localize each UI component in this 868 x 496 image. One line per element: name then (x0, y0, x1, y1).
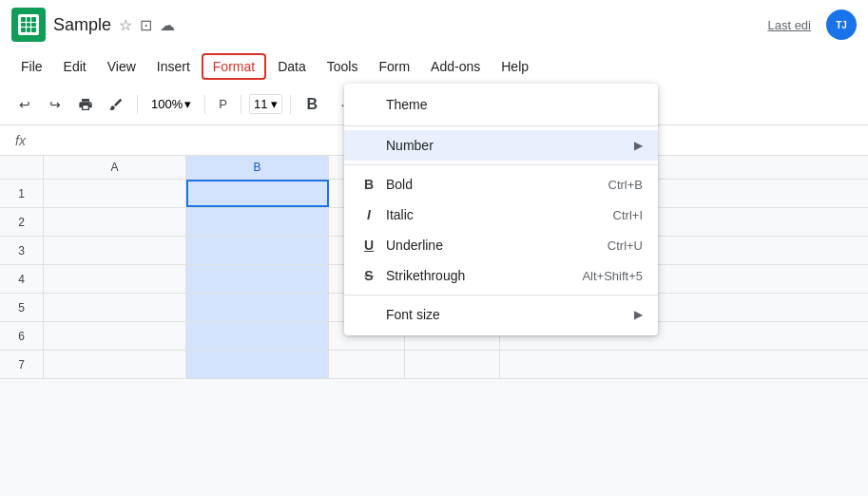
menu-format[interactable]: Format (202, 53, 266, 80)
format-dropdown-menu: Theme Number ▶ B Bold Ctrl+B I Italic Ct… (344, 84, 658, 335)
cell-a7[interactable] (44, 351, 186, 378)
paint-button[interactable] (103, 91, 129, 118)
divider-1 (344, 125, 658, 126)
menu-item-strikethrough[interactable]: S Strikethrough Alt+Shift+5 (344, 260, 658, 291)
title-bar: Sample ☆ ⊡ ☁ Last edi TJ (0, 0, 868, 49)
toolbar-sep-4 (290, 95, 291, 114)
bold-label: Bold (386, 177, 608, 192)
cell-a1[interactable] (44, 180, 186, 207)
zoom-value: 100% (151, 97, 183, 111)
bold-button[interactable]: B (299, 91, 325, 118)
cell-b3[interactable] (186, 237, 329, 264)
formula-fx-label: fx (8, 133, 33, 148)
menu-insert[interactable]: Insert (147, 55, 200, 78)
techjunkie-avatar: TJ (826, 10, 857, 40)
number-arrow-icon: ▶ (634, 139, 643, 152)
print-button[interactable] (72, 91, 99, 118)
row-num-5: 5 (0, 294, 44, 321)
theme-label: Theme (386, 97, 643, 112)
menu-help[interactable]: Help (492, 55, 538, 78)
cell-b2[interactable] (186, 208, 329, 236)
cell-b5[interactable] (186, 294, 329, 321)
cell-a6[interactable] (44, 322, 186, 350)
underline-icon: U (359, 238, 378, 253)
zoom-arrow-icon: ▾ (184, 97, 191, 111)
font-size-label: Font size (386, 307, 634, 322)
menu-addons[interactable]: Add-ons (421, 55, 490, 78)
doc-title[interactable]: Sample (53, 15, 111, 35)
cell-a5[interactable] (44, 294, 186, 321)
divider-3 (344, 295, 658, 296)
font-size-value: 11 (254, 97, 267, 111)
menu-tools[interactable]: Tools (318, 55, 368, 78)
cell-b4[interactable] (186, 265, 329, 293)
row-num-4: 4 (0, 265, 44, 293)
col-header-b[interactable]: B (186, 156, 329, 179)
menu-item-theme[interactable]: Theme (344, 89, 658, 122)
star-icon[interactable]: ☆ (119, 16, 132, 34)
cell-b6[interactable] (186, 322, 329, 350)
underline-label: Underline (386, 238, 608, 253)
title-icons: ☆ ⊡ ☁ (119, 16, 175, 34)
row-num-3: 3 (0, 237, 44, 264)
cell-b7[interactable] (186, 351, 329, 378)
menu-view[interactable]: View (98, 55, 145, 78)
row-num-1: 1 (0, 180, 44, 207)
col-header-a[interactable]: A (44, 156, 186, 179)
menu-item-underline[interactable]: U Underline Ctrl+U (344, 230, 658, 260)
font-size-arrow-icon: ▶ (634, 308, 643, 321)
folder-icon[interactable]: ⊡ (140, 16, 152, 34)
italic-shortcut: Ctrl+I (613, 208, 643, 222)
divider-2 (344, 164, 658, 165)
font-name-btn[interactable]: P (213, 91, 233, 118)
font-size-control[interactable]: 11 ▾ (249, 94, 282, 114)
menu-data[interactable]: Data (268, 55, 316, 78)
font-size-arrow-icon: ▾ (271, 97, 278, 111)
toolbar-sep-2 (204, 95, 205, 114)
italic-icon: I (359, 207, 378, 222)
cell-e7[interactable] (329, 351, 405, 378)
menu-bar: File Edit View Insert Format Data Tools … (0, 49, 868, 84)
row-num-2: 2 (0, 208, 44, 236)
menu-file[interactable]: File (11, 55, 52, 78)
menu-form[interactable]: Form (369, 55, 419, 78)
app-logo (11, 8, 46, 42)
row-num-6: 6 (0, 322, 44, 350)
menu-item-italic[interactable]: I Italic Ctrl+I (344, 200, 658, 230)
toolbar-sep-1 (137, 95, 138, 114)
row-num-7: 7 (0, 351, 44, 378)
row-num-header (0, 156, 44, 179)
last-edit-label[interactable]: Last edi (767, 18, 811, 32)
menu-edit[interactable]: Edit (54, 55, 96, 78)
cell-b1[interactable] (186, 180, 329, 207)
toolbar-sep-3 (241, 95, 241, 114)
menu-item-bold[interactable]: B Bold Ctrl+B (344, 169, 658, 200)
cloud-icon[interactable]: ☁ (160, 16, 175, 34)
redo-button[interactable]: ↪ (42, 91, 68, 118)
menu-item-number[interactable]: Number ▶ (344, 130, 658, 161)
bold-icon: B (359, 177, 378, 192)
bold-shortcut: Ctrl+B (608, 178, 643, 192)
menu-item-font-size[interactable]: Font size ▶ (344, 299, 658, 330)
undo-button[interactable]: ↩ (11, 91, 38, 118)
cell-a4[interactable] (44, 265, 186, 293)
strikethrough-shortcut: Alt+Shift+5 (582, 269, 643, 283)
number-label: Number (386, 138, 634, 153)
strikethrough-label: Strikethrough (386, 268, 582, 283)
cell-f7[interactable] (405, 351, 500, 378)
strikethrough-icon: S (359, 268, 378, 283)
zoom-control[interactable]: 100% ▾ (145, 95, 197, 113)
italic-label: Italic (386, 207, 613, 222)
underline-shortcut: Ctrl+U (608, 238, 643, 253)
cell-a3[interactable] (44, 237, 186, 264)
table-row: 7 (0, 351, 868, 379)
cell-a2[interactable] (44, 208, 186, 236)
